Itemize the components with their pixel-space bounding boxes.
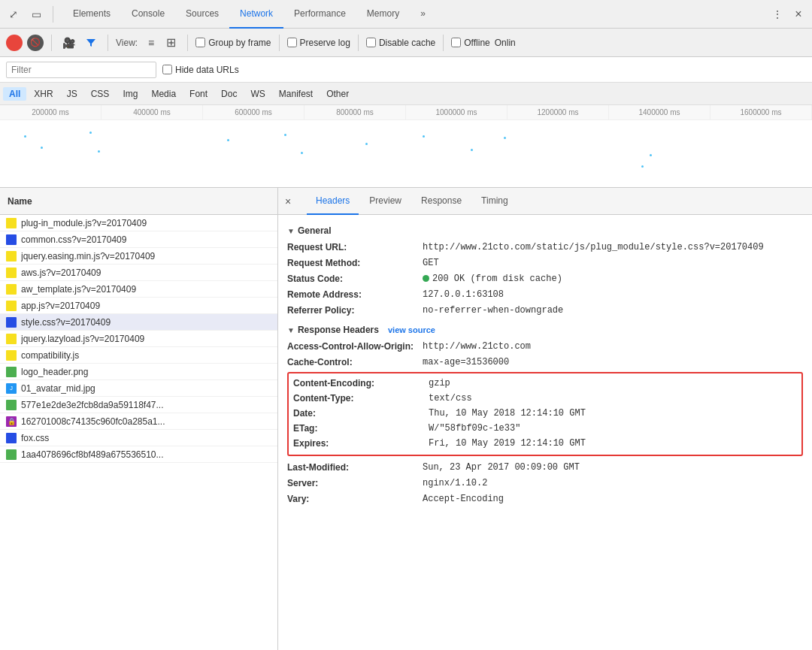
close-devtools-button[interactable]: × <box>789 5 807 23</box>
tree-view-icon[interactable]: ⊞ <box>162 34 180 52</box>
stop-button[interactable]: 🚫 <box>27 35 44 51</box>
close-detail-button[interactable]: × <box>278 192 298 211</box>
tick-2: 400000 ms <box>102 105 203 119</box>
status-code-val: 200 OK (from disk cache) <box>423 272 562 286</box>
tab-headers[interactable]: Headers <box>307 188 359 215</box>
type-css-button[interactable]: CSS <box>85 87 116 101</box>
list-item[interactable]: aw_template.js?v=20170409 <box>0 281 277 298</box>
offline-checkbox[interactable] <box>451 38 461 47</box>
group-by-frame-checkbox-label[interactable]: Group by frame <box>195 38 271 48</box>
js-file-icon <box>6 301 17 311</box>
tab-more[interactable]: » <box>410 0 436 29</box>
type-other-button[interactable]: Other <box>320 87 355 101</box>
column-header: Name × Headers Preview Response Timing <box>0 188 812 215</box>
expires-row: Expires: Fri, 10 May 2019 12:14:10 GMT <box>293 437 797 450</box>
type-ws-button[interactable]: WS <box>244 87 271 101</box>
status-green-dot <box>423 275 429 282</box>
tab-elements[interactable]: Elements <box>62 0 121 29</box>
preserve-log-checkbox[interactable] <box>287 38 297 47</box>
type-media-button[interactable]: Media <box>145 87 182 101</box>
list-item[interactable]: fox.css <box>0 430 277 446</box>
type-font-button[interactable]: Font <box>183 87 214 101</box>
list-item[interactable]: logo_header.png <box>0 364 277 380</box>
list-item[interactable]: common.css?v=20170409 <box>0 231 277 248</box>
offline-checkbox-label[interactable]: Offline <box>451 38 489 48</box>
request-url-val: http://www.21cto.com/static/js/plug_modu… <box>423 240 764 254</box>
device-icon[interactable]: ▭ <box>27 5 45 23</box>
referrer-policy-key: Referrer Policy: <box>287 304 423 317</box>
view-icons: ≡ ⊞ <box>142 34 180 52</box>
toolbar-divider-5 <box>358 35 359 51</box>
filter-input[interactable] <box>6 62 156 78</box>
last-modified-row: Last-Modified: Sun, 23 Apr 2017 00:09:00… <box>287 461 803 474</box>
group-by-frame-checkbox[interactable] <box>195 38 205 47</box>
list-item[interactable]: app.js?v=20170409 <box>0 298 277 314</box>
type-js-button[interactable]: JS <box>61 87 83 101</box>
list-item[interactable]: plug-in_module.js?v=20170409 <box>0 215 277 231</box>
js-file-icon <box>6 334 17 344</box>
list-item[interactable]: compatibility.js <box>0 347 277 364</box>
timeline-dot <box>284 134 286 136</box>
tab-performance[interactable]: Performance <box>283 0 356 29</box>
request-method-key: Request Method: <box>287 256 423 270</box>
tab-network[interactable]: Network <box>229 0 283 29</box>
tab-sources[interactable]: Sources <box>175 0 229 29</box>
timeline-canvas[interactable] <box>0 120 812 188</box>
request-method-val: GET <box>423 256 439 270</box>
network-toolbar: 🚫 🎥 View: ≡ ⊞ Group by frame Preserve lo… <box>0 29 812 57</box>
css-file-icon <box>6 317 17 328</box>
tab-preview[interactable]: Preview <box>360 188 411 215</box>
detail-tabs: Headers Preview Response Timing <box>302 188 812 215</box>
type-all-button[interactable]: All <box>3 87 26 101</box>
filter-button[interactable] <box>82 34 100 52</box>
list-item[interactable]: 577e1e2de3e2fcb8da9a59118f47... <box>0 397 277 413</box>
hide-data-urls-label[interactable]: Hide data URLs <box>162 65 239 75</box>
general-section-title: ▼ General <box>287 225 803 236</box>
tab-timing[interactable]: Timing <box>472 188 517 215</box>
highlight-box: Content-Encoding: gzip Content-Type: tex… <box>287 372 803 456</box>
more-options-icon[interactable]: ⋮ <box>768 5 786 23</box>
content-type-key: Content-Type: <box>293 392 429 405</box>
timeline-ruler: 200000 ms 400000 ms 600000 ms 800000 ms … <box>0 105 812 120</box>
screenshot-button[interactable]: 🎥 <box>59 34 77 52</box>
record-button[interactable] <box>6 35 23 51</box>
date-key: Date: <box>293 407 429 420</box>
access-control-key: Access-Control-Allow-Origin: <box>287 340 423 353</box>
timeline-dot <box>423 135 425 138</box>
type-xhr-button[interactable]: XHR <box>28 87 59 101</box>
dock-icon[interactable]: ⤢ <box>5 5 23 23</box>
list-item[interactable]: style.css?v=20170409 <box>0 314 277 331</box>
remote-address-val: 127.0.0.1:63108 <box>423 288 504 301</box>
list-item[interactable]: 1aa4078696cf8bf489a675536510... <box>0 446 277 463</box>
last-modified-key: Last-Modified: <box>287 461 423 474</box>
type-doc-button[interactable]: Doc <box>215 87 243 101</box>
type-img-button[interactable]: Img <box>117 87 144 101</box>
vary-val: Accept-Encoding <box>423 492 504 506</box>
etag-row: ETag: W/"58fbf09c-1e33" <box>293 422 797 435</box>
main-content: plug-in_module.js?v=20170409 common.css?… <box>0 215 812 650</box>
js-file-icon <box>6 251 17 262</box>
disable-cache-checkbox-label[interactable]: Disable cache <box>366 38 435 48</box>
preserve-log-checkbox-label[interactable]: Preserve log <box>287 38 350 48</box>
headers-panel: ▼ General Request URL: http://www.21cto.… <box>278 215 812 650</box>
tab-console[interactable]: Console <box>121 0 175 29</box>
timeline-dot <box>24 135 26 138</box>
tab-memory[interactable]: Memory <box>356 0 410 29</box>
list-item[interactable]: 🔒 162701008c74135c960fc0a285a1... <box>0 413 277 430</box>
img-file-icon <box>6 367 17 377</box>
list-view-icon[interactable]: ≡ <box>142 34 160 52</box>
list-item[interactable]: jquery.easing.min.js?v=20170409 <box>0 248 277 265</box>
content-encoding-key: Content-Encoding: <box>293 376 429 390</box>
disable-cache-checkbox[interactable] <box>366 38 376 47</box>
status-code-key: Status Code: <box>287 272 423 286</box>
tab-response[interactable]: Response <box>412 188 471 215</box>
hide-data-urls-checkbox[interactable] <box>162 65 172 74</box>
remote-address-key: Remote Address: <box>287 288 423 301</box>
view-source-link[interactable]: view source <box>388 325 435 334</box>
list-item[interactable]: aws.js?v=20170409 <box>0 265 277 281</box>
list-item[interactable]: jquery.lazyload.js?v=20170409 <box>0 331 277 347</box>
type-manifest-button[interactable]: Manifest <box>273 87 319 101</box>
etag-val: W/"58fbf09c-1e33" <box>429 422 520 435</box>
referrer-policy-row: Referrer Policy: no-referrer-when-downgr… <box>287 304 803 317</box>
list-item[interactable]: J 01_avatar_mid.jpg <box>0 380 277 397</box>
